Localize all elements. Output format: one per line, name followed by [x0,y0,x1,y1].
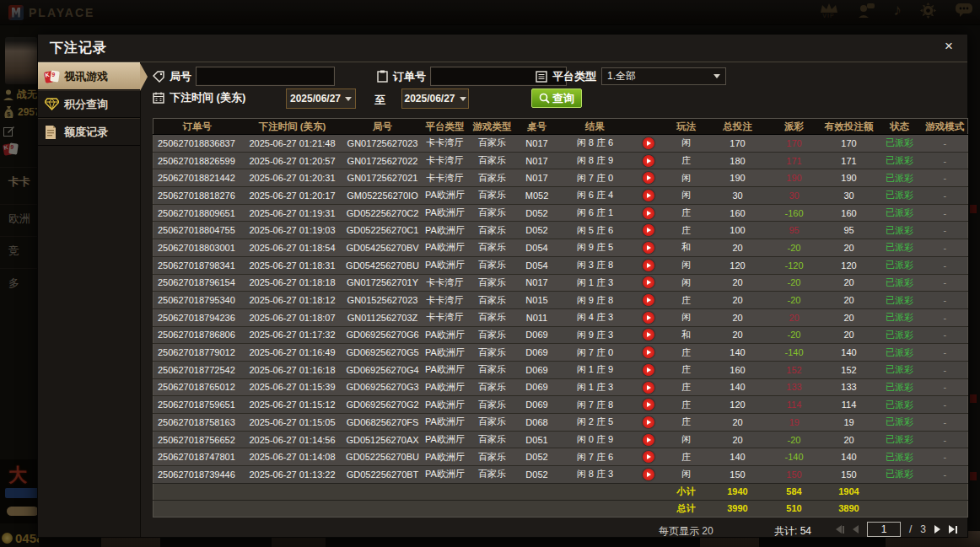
total-row: 总计 3990 510 3890 [153,500,968,517]
cell-bet-type: 庄 [665,396,708,414]
cell-bet-time: 2025-06-27 01:18:18 [241,274,344,292]
cell-bet-time: 2025-06-27 01:14:56 [241,431,344,448]
sidebar-item-quota-records[interactable]: 额度记录 [38,118,140,146]
cell-total-bet: 20 [708,414,767,432]
next-page-button[interactable] [934,525,940,534]
replay-button[interactable] [643,434,654,446]
cell-game-type: 百家乐 [469,396,516,414]
cell-game-type: 百家乐 [469,274,516,292]
cell-order-id: 250627018821442 [153,169,241,187]
search-button[interactable]: 查询 [531,88,582,108]
replay-button[interactable] [643,312,654,324]
prev-page-button[interactable] [853,525,859,534]
cell-valid-bet: 152 [821,361,877,378]
bet-records-dialog: 下注记录 × K9 视讯游戏 积分查询 额度记录 [37,34,968,538]
round-number-input[interactable] [197,67,334,85]
sidebar-item-video-games[interactable]: K9 视讯游戏 [38,62,140,90]
cell-table-number: M052 [516,187,558,205]
cell-platform: 卡卡湾厅 [422,169,469,187]
column-header [633,119,665,135]
cell-status: 已派彩 [877,256,923,274]
replay-button[interactable] [643,207,654,219]
cell-game-mode: - [923,204,968,222]
pagination-bar: 每页显示 20 共计: 54 / 3 [153,522,966,540]
cell-bet-time: 2025-06-27 01:20:31 [241,169,344,187]
page-number-input[interactable] [867,522,901,537]
cell-game-type: 百家乐 [469,448,516,466]
replay-button[interactable] [643,382,654,394]
replay-button[interactable] [643,224,654,236]
cell-result: 闲 0 庄 9 [558,431,633,448]
cell-result: 闲 9 庄 8 [558,292,633,309]
cell-payout: -120 [767,256,821,274]
cell-result: 闲 8 庄 6 [558,135,633,153]
cell-order-id: 250627018836837 [153,135,241,153]
replay-button[interactable] [643,260,654,271]
cell-bet-time: 2025-06-27 01:19:31 [241,204,344,222]
cell-replay [633,308,665,326]
replay-button[interactable] [643,276,654,288]
replay-button[interactable] [643,190,654,201]
cell-bet-type: 闲 [665,169,708,187]
cell-result: 闲 5 庄 6 [558,222,633,239]
cell-game-type: 百家乐 [469,152,516,169]
table-row: 2506270187953402025-06-27 01:18:12GN0152… [153,292,968,309]
cell-payout: -140 [767,448,821,466]
cell-order-id: 250627018739446 [153,466,241,484]
table-row: 2506270188030012025-06-27 01:18:54GD0542… [153,239,968,257]
cell-replay [633,204,665,222]
cell-game-mode: - [923,152,968,169]
table-row: 2506270188214422025-06-27 01:20:31GN0172… [153,169,968,187]
replay-button[interactable] [643,364,654,376]
cell-game-type: 百家乐 [469,135,516,153]
to-label: 至 [374,93,385,108]
cell-game-mode: - [923,448,968,466]
replay-button[interactable] [643,155,654,167]
cell-bet-time: 2025-06-27 01:21:48 [241,135,344,153]
cell-table-number: D068 [516,414,558,432]
table-row: 2506270187725422025-06-27 01:16:18GD0692… [153,361,968,378]
cell-bet-time: 2025-06-27 01:18:12 [241,292,344,309]
cell-game-mode: - [923,274,968,292]
replay-button[interactable] [643,329,654,341]
cell-game-type: 百家乐 [469,239,516,257]
cell-round-number: GN01725627021 [344,169,422,187]
replay-button[interactable] [643,346,654,358]
close-icon[interactable]: × [940,38,957,55]
cell-platform: 卡卡湾厅 [422,292,469,309]
document-icon [45,126,59,139]
replay-button[interactable] [643,294,654,306]
cell-table-number: N017 [516,169,558,187]
cell-status: 已派彩 [877,152,923,169]
replay-button[interactable] [643,137,654,149]
replay-button[interactable] [643,451,654,463]
cell-order-id: 250627018747801 [153,448,241,466]
cell-result: 闲 6 庄 1 [558,204,633,222]
cell-payout: 30 [767,187,821,205]
cell-replay [633,361,665,378]
sidebar-item-points-query[interactable]: 积分查询 [38,90,140,118]
cell-game-mode: - [923,135,968,153]
date-to-picker[interactable]: 2025/06/27 [402,89,468,108]
replay-button[interactable] [643,172,654,184]
cell-payout: 171 [767,152,821,169]
cell-status: 已派彩 [877,204,923,222]
replay-button[interactable] [643,399,654,410]
cell-platform: 卡卡湾厅 [422,135,469,153]
replay-button[interactable] [643,469,654,480]
replay-button[interactable] [643,242,654,254]
cell-table-number: N017 [516,152,558,169]
cell-valid-bet: 19 [821,414,877,432]
last-page-button[interactable] [949,525,957,534]
table-row: 2506270188047552025-06-27 01:19:03GD0522… [153,222,968,239]
cell-game-mode: - [923,326,968,344]
date-from-picker[interactable]: 2025/06/27 [287,89,355,108]
platform-type-select[interactable]: 1.全部 [601,67,726,85]
cell-valid-bet: 133 [821,378,877,396]
cell-round-number: GD069256270G6 [344,326,422,344]
first-page-button[interactable] [836,525,844,534]
cell-total-bet: 120 [708,256,767,274]
replay-button[interactable] [643,416,654,428]
column-header: 桌号 [516,119,558,135]
cell-round-number: GD054256270BV [344,239,422,257]
